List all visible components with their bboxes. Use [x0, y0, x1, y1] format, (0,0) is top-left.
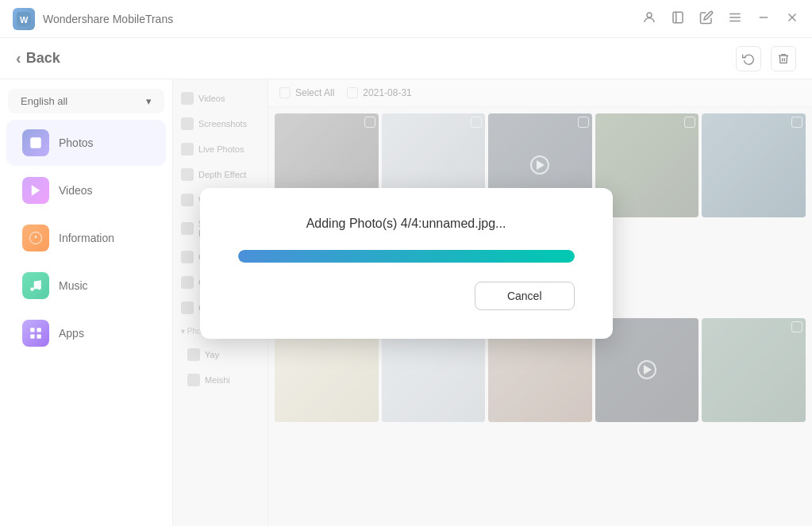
progress-bar-fill [238, 250, 575, 263]
modal-box: Adding Photo(s) 4/4:unnamed.jpg... Cance… [200, 188, 613, 339]
progress-bar-container [238, 250, 575, 263]
modal-overlay: Adding Photo(s) 4/4:unnamed.jpg... Cance… [0, 0, 812, 526]
modal-message: Adding Photo(s) 4/4:unnamed.jpg... [306, 217, 506, 231]
modal-cancel-button[interactable]: Cancel [475, 282, 575, 310]
